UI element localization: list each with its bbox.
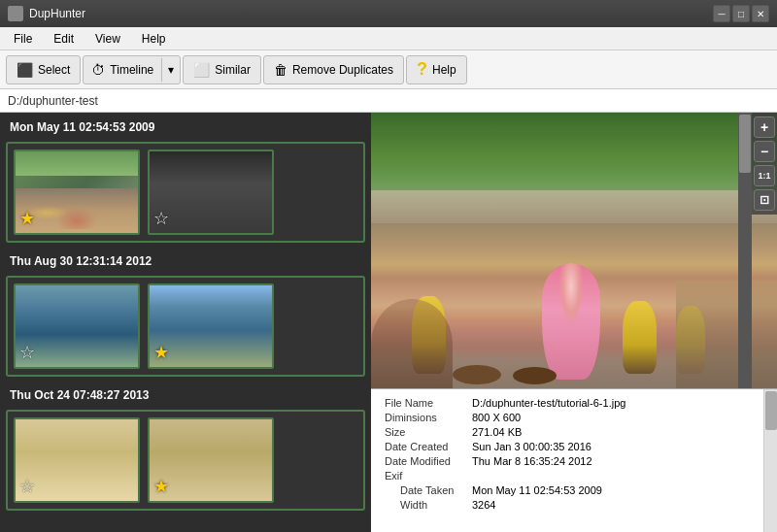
info-value-width: 3264 [468,497,767,512]
window-title: DupHunter [29,7,85,20]
zoom-out-button[interactable]: − [754,141,775,162]
minimize-button[interactable]: ─ [713,5,730,22]
date-group-2: Thu Aug 30 12:31:14 2012 ☆ ★ [6,252,365,377]
info-row-datetaken: Date Taken Mon May 11 02:54:53 2009 [381,482,767,497]
info-value-filename: D:/duphunter-test/tutorial-6-1.jpg [468,395,767,410]
menu-help[interactable]: Help [132,30,176,48]
info-value-exif [468,468,767,482]
info-row-dimensions: Diminsions 800 X 600 [381,410,767,424]
thumbnail-3-1[interactable]: ☆ [14,417,140,503]
menu-file[interactable]: File [4,30,42,48]
help-icon: ? [417,59,427,80]
info-label-width: Width [381,497,468,512]
date-group-3: Thu Oct 24 07:48:27 2013 ☆ ★ [6,386,365,511]
trash-icon: 🗑 [274,62,287,78]
info-label-modified: Date Modified [381,453,468,468]
zoom-controls: + − 1:1 ⊡ [752,113,777,215]
group-content-2: ☆ ★ [6,276,365,377]
help-label: Help [432,63,456,77]
date-label-3: Thu Oct 24 07:48:27 2013 [6,386,365,404]
remove-label: Remove Duplicates [292,63,393,77]
right-panel: + − 1:1 ⊡ File Name D:/duphunter-test/tu… [371,113,777,532]
info-panel: File Name D:/duphunter-test/tutorial-6-1… [371,388,777,532]
thumbnail-3-2[interactable]: ★ [148,417,274,503]
toolbar: ⬛ Select ⏱ Timeline ▾ ⬜ Similar 🗑 Remove… [0,50,777,89]
similar-icon: ⬜ [193,62,210,78]
remove-duplicates-button[interactable]: 🗑 Remove Duplicates [263,55,404,84]
info-label-filename: File Name [381,395,468,410]
timeline-dropdown[interactable]: ▾ [162,59,180,81]
star-icon-1-2[interactable]: ☆ [153,208,169,229]
similar-button[interactable]: ⬜ Similar [183,55,261,84]
info-row-size: Size 271.04 KB [381,424,767,439]
info-label-datetaken: Date Taken [381,482,468,497]
menu-view[interactable]: View [85,30,130,48]
info-value-size: 271.04 KB [468,424,767,439]
app-icon [8,6,23,21]
timeline-icon: ⏱ [91,62,105,78]
help-button[interactable]: ? Help [406,55,467,84]
thumbnail-2-2[interactable]: ★ [148,283,274,369]
info-label-exif: Exif [381,468,468,482]
info-row-filename: File Name D:/duphunter-test/tutorial-6-1… [381,395,767,410]
star-icon-3-2[interactable]: ★ [153,476,169,497]
thumbnail-1-2[interactable]: ☆ [148,150,274,235]
info-label-created: Date Created [381,439,468,453]
select-icon: ⬛ [17,62,33,78]
similar-label: Similar [215,63,251,77]
title-bar: DupHunter ─ □ ✕ [0,0,777,27]
info-row-exif: Exif [381,468,767,482]
date-group-1: Mon May 11 02:54:53 2009 ★ ☆ [6,118,365,243]
group-content-1: ★ ☆ [6,142,365,243]
info-value-dimensions: 800 X 600 [468,410,767,424]
chevron-down-icon: ▾ [168,63,174,77]
star-icon-2-2[interactable]: ★ [153,342,169,363]
date-label-1: Mon May 11 02:54:53 2009 [6,118,365,136]
timeline-button[interactable]: ⏱ Timeline ▾ [83,55,181,84]
star-icon-3-1[interactable]: ☆ [19,476,35,497]
maximize-button[interactable]: □ [732,5,750,22]
thumbnail-panel: Mon May 11 02:54:53 2009 ★ ☆ Thu Aug [0,113,371,532]
info-table: File Name D:/duphunter-test/tutorial-6-1… [381,395,767,512]
info-row-width: Width 3264 [381,497,767,512]
menu-bar: File Edit View Help [0,27,777,50]
info-label-size: Size [381,424,468,439]
info-scrollbar[interactable] [763,389,777,532]
preview-scrollbar[interactable] [738,113,752,388]
preview-area: + − 1:1 ⊡ [371,113,777,388]
date-label-2: Thu Aug 30 12:31:14 2012 [6,252,365,270]
preview-scene [371,113,777,388]
close-button[interactable]: ✕ [752,5,769,22]
select-label: Select [38,63,70,77]
star-icon-2-1[interactable]: ☆ [19,342,35,363]
timeline-label: Timeline [110,63,153,77]
info-label-dimensions: Diminsions [381,410,468,424]
zoom-fit-button[interactable]: ⊡ [754,189,775,211]
thumbnail-1-1[interactable]: ★ [14,150,140,235]
select-button[interactable]: ⬛ Select [6,55,81,84]
thumbnail-2-1[interactable]: ☆ [14,283,140,369]
path-bar: D:/duphunter-test [0,89,777,113]
title-bar-left: DupHunter [8,6,85,21]
window-controls: ─ □ ✕ [713,5,769,22]
timeline-main[interactable]: ⏱ Timeline [84,58,162,82]
main-content: Mon May 11 02:54:53 2009 ★ ☆ Thu Aug [0,113,777,532]
info-row-modified: Date Modified Thu Mar 8 16:35:24 2012 [381,453,767,468]
current-path: D:/duphunter-test [8,94,98,108]
info-value-datetaken: Mon May 11 02:54:53 2009 [468,482,767,497]
info-value-created: Sun Jan 3 00:00:35 2016 [468,439,767,453]
info-value-modified: Thu Mar 8 16:35:24 2012 [468,453,767,468]
zoom-reset-button[interactable]: 1:1 [754,165,775,186]
info-row-created: Date Created Sun Jan 3 00:00:35 2016 [381,439,767,453]
menu-edit[interactable]: Edit [44,30,84,48]
group-content-3: ☆ ★ [6,410,365,511]
star-icon-1-1[interactable]: ★ [19,208,35,229]
zoom-in-button[interactable]: + [754,116,775,138]
